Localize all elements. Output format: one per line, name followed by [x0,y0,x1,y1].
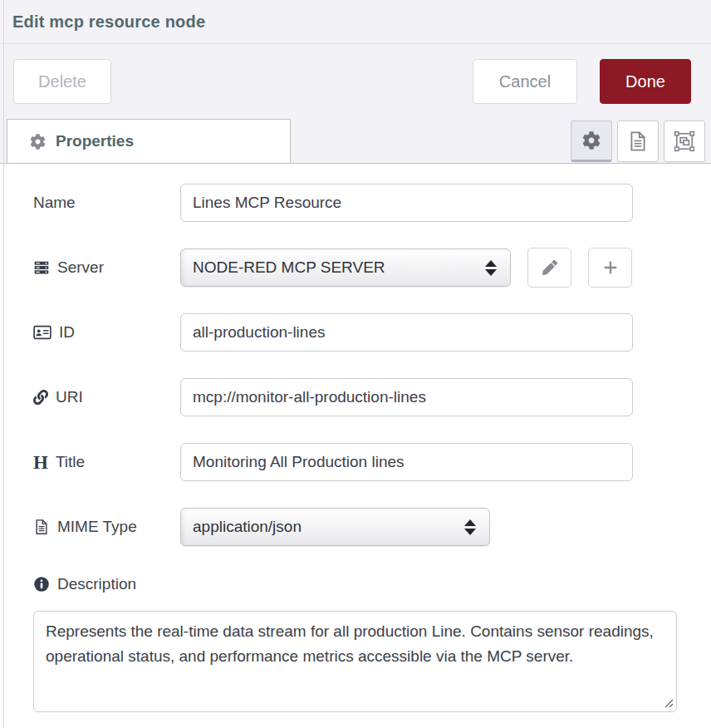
mime-select-value: application/json [193,518,464,536]
description-label: Description [33,575,180,593]
server-icon [33,259,50,276]
appearance-view-button[interactable] [664,121,705,162]
done-button[interactable]: Done [600,59,691,104]
dialog-header: Edit mcp resource node [0,0,711,44]
mime-select[interactable]: application/json [180,508,490,546]
add-server-button[interactable] [588,248,632,288]
properties-form: Name Server NODE-RED MCP SERVER [0,164,711,712]
title-input[interactable] [180,443,633,481]
form-row-server: Server NODE-RED MCP SERVER [33,248,711,287]
plus-icon [602,259,619,276]
tab-properties-label: Properties [56,132,134,150]
dialog-title: Edit mcp resource node [12,12,205,32]
link-icon [33,390,48,405]
dialog-toolbar: Delete Cancel Done [0,44,711,119]
pencil-icon [542,260,557,275]
gear-icon [30,134,46,150]
id-card-icon [33,323,51,342]
uri-input[interactable] [180,378,633,416]
gear-icon [582,131,601,150]
info-icon [33,576,50,593]
panel-left-edge [3,0,4,728]
select-arrows-icon [485,260,497,276]
form-row-description-label: Description [33,573,711,596]
description-textarea-wrap: Represents the real-time data stream for… [33,611,677,712]
uri-label: URI [33,388,180,406]
form-row-uri: URI [33,378,711,416]
edit-server-button[interactable] [527,248,571,288]
cancel-button[interactable]: Cancel [473,59,577,104]
server-label: Server [33,258,180,277]
delete-button[interactable]: Delete [13,59,111,104]
title-label: H Title [33,453,180,472]
appearance-icon [674,130,695,152]
description-view-button[interactable] [617,121,659,162]
name-input[interactable] [180,184,633,222]
tab-properties[interactable]: Properties [7,119,291,163]
form-row-mime: MIME Type application/json [33,508,711,546]
heading-icon: H [33,453,48,472]
editor-view-buttons [571,121,705,162]
form-row-title: H Title [33,443,711,481]
file-text-icon [33,519,50,535]
server-select[interactable]: NODE-RED MCP SERVER [180,248,511,287]
description-textarea[interactable]: Represents the real-time data stream for… [33,611,677,712]
name-label: Name [33,194,180,212]
properties-view-button[interactable] [571,121,612,162]
doc-icon [627,130,649,152]
id-label: ID [33,323,180,342]
id-input[interactable] [180,313,633,352]
form-row-id: ID [33,313,711,352]
server-select-value: NODE-RED MCP SERVER [193,258,485,277]
select-arrows-icon [464,519,476,535]
form-row-name: Name [33,184,711,222]
editor-tab-bar: Properties [0,119,711,164]
mime-label: MIME Type [33,518,180,536]
